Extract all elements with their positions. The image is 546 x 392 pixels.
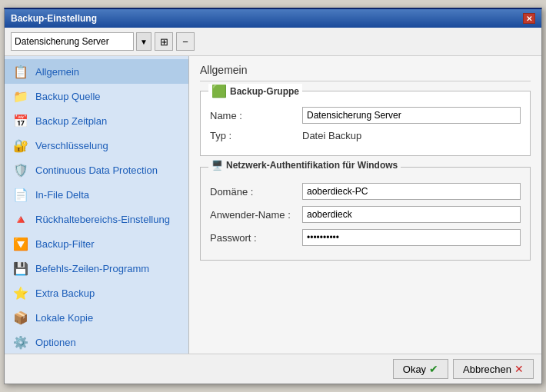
sidebar-item-lokale-kopie[interactable]: 📦 Lokale Kopie: [5, 305, 188, 330]
sidebar-label-lokale-kopie: Lokale Kopie: [35, 312, 93, 324]
profile-dropdown[interactable]: Datensicherung Server: [11, 32, 134, 51]
sidebar: 📋 Allgemein 📁 Backup Quelle 📅 Backup Zei…: [5, 56, 189, 354]
sidebar-label-extra-backup: Extra Backup: [35, 287, 95, 299]
dropdown-arrow-button[interactable]: ▼: [136, 32, 151, 51]
user-input[interactable]: [302, 206, 521, 223]
backup-gruppe-title: 🟩 Backup-Gruppe: [208, 84, 302, 98]
domain-row: Domäne :: [210, 183, 521, 200]
user-label: Anwender-Name :: [210, 209, 302, 221]
cancel-icon: ✕: [514, 363, 524, 375]
grid-button[interactable]: ⊞: [155, 32, 173, 51]
sidebar-item-backup-quelle[interactable]: 📁 Backup Quelle: [5, 84, 188, 108]
sidebar-label-rueckhaltebereich: Rückhaltebereichs-Einstellung: [35, 214, 170, 225]
name-row: Name :: [210, 107, 521, 124]
backup-gruppe-section: 🟩 Backup-Gruppe Name : Typ : Datei Backu…: [200, 91, 531, 156]
password-label: Passwort :: [210, 232, 302, 244]
content-panel: Allgemein 🟩 Backup-Gruppe Name : Typ : D…: [189, 56, 541, 354]
sidebar-item-verschluesselung[interactable]: 🔐 Verschlüsselung: [5, 133, 188, 158]
sidebar-label-befehls-zeilen: Befehls-Zeilen-Programm: [35, 263, 149, 274]
name-label: Name :: [210, 110, 302, 121]
close-button[interactable]: ✕: [523, 13, 535, 24]
ok-label: Okay: [403, 364, 426, 375]
grid-icon: ⊞: [160, 36, 168, 48]
sidebar-label-backup-zeitplan: Backup Zeitplan: [35, 115, 107, 127]
window-title: Backup-Einstellung: [11, 13, 97, 24]
ok-icon: ✔: [429, 363, 438, 375]
domain-input[interactable]: [302, 183, 521, 200]
typ-label: Typ :: [210, 130, 302, 141]
verschluesselung-icon: 🔐: [12, 137, 29, 154]
netzwerk-section: 🖥️ Netzwerk-Authentifikation für Windows…: [200, 167, 531, 261]
titlebar: Backup-Einstellung ✕: [5, 9, 541, 28]
in-file-delta-icon: 📄: [12, 186, 29, 203]
window: Backup-Einstellung ✕ Datensicherung Serv…: [4, 8, 542, 384]
footer: Okay ✔ Abbrechen ✕: [5, 354, 541, 384]
password-input[interactable]: [302, 229, 521, 246]
backup-zeitplan-icon: 📅: [12, 112, 29, 129]
toolbar: Datensicherung Server ▼ ⊞ −: [5, 28, 541, 56]
sidebar-label-in-file-delta: In-File Delta: [35, 189, 89, 201]
sidebar-label-verschluesselung: Verschlüsselung: [35, 140, 108, 151]
sidebar-item-befehls-zeilen[interactable]: 💾 Befehls-Zeilen-Programm: [5, 256, 188, 281]
minus-icon: −: [182, 36, 188, 48]
rueckhaltebereich-icon: 🔺: [12, 211, 29, 228]
allgemein-icon: 📋: [12, 63, 29, 80]
sidebar-label-optionen: Optionen: [35, 337, 76, 348]
sidebar-item-backup-zeitplan[interactable]: 📅 Backup Zeitplan: [5, 108, 188, 133]
sidebar-item-cdp[interactable]: 🛡️ Continuous Data Protection: [5, 158, 188, 182]
domain-label: Domäne :: [210, 186, 302, 198]
extra-backup-icon: ⭐: [12, 284, 29, 301]
dropdown-value: Datensicherung Server: [15, 36, 130, 47]
cancel-button[interactable]: Abbrechen ✕: [453, 359, 534, 379]
netzwerk-icon: 🖥️: [211, 160, 223, 171]
sidebar-item-in-file-delta[interactable]: 📄 In-File Delta: [5, 182, 188, 207]
sidebar-item-allgemein[interactable]: 📋 Allgemein: [5, 59, 188, 84]
sidebar-item-rueckhaltebereich[interactable]: 🔺 Rückhaltebereichs-Einstellung: [5, 207, 188, 231]
optionen-icon: ⚙️: [12, 334, 29, 350]
name-input[interactable]: [302, 107, 521, 124]
main-content: 📋 Allgemein 📁 Backup Quelle 📅 Backup Zei…: [5, 56, 541, 354]
sidebar-item-backup-filter[interactable]: 🔽 Backup-Filter: [5, 231, 188, 256]
sidebar-item-extra-backup[interactable]: ⭐ Extra Backup: [5, 281, 188, 305]
ok-button[interactable]: Okay ✔: [393, 359, 448, 379]
lokale-kopie-icon: 📦: [12, 309, 29, 326]
cancel-label: Abbrechen: [463, 364, 511, 375]
sidebar-label-backup-filter: Backup-Filter: [35, 238, 95, 250]
backup-gruppe-icon: 🟩: [211, 84, 227, 98]
typ-row: Typ : Datei Backup: [210, 130, 521, 141]
minus-button[interactable]: −: [176, 32, 195, 51]
backup-gruppe-label: Backup-Gruppe: [230, 86, 299, 97]
backup-quelle-icon: 📁: [12, 88, 29, 105]
sidebar-item-optionen[interactable]: ⚙️ Optionen: [5, 330, 188, 354]
password-row: Passwort :: [210, 229, 521, 246]
sidebar-label-cdp: Continuous Data Protection: [35, 164, 158, 176]
user-row: Anwender-Name :: [210, 206, 521, 223]
netzwerk-title: 🖥️ Netzwerk-Authentifikation für Windows: [208, 160, 401, 171]
backup-filter-icon: 🔽: [12, 235, 29, 252]
sidebar-label-allgemein: Allgemein: [35, 66, 79, 78]
befehls-zeilen-icon: 💾: [12, 260, 29, 277]
sidebar-label-backup-quelle: Backup Quelle: [35, 91, 101, 102]
cdp-icon: 🛡️: [12, 161, 29, 178]
typ-value: Datei Backup: [302, 130, 521, 141]
netzwerk-label: Netzwerk-Authentifikation für Windows: [226, 160, 398, 171]
content-header: Allgemein: [200, 64, 531, 81]
